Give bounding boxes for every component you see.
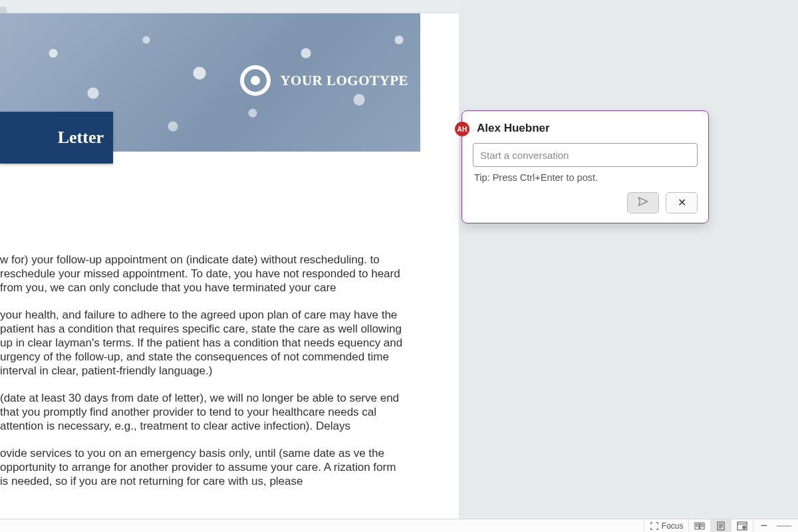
document-body[interactable]: w for) your follow-up appointment on (in…	[0, 253, 406, 501]
status-bar: Focus −	[0, 519, 798, 532]
focus-label: Focus	[662, 521, 684, 531]
comment-input[interactable]	[473, 143, 698, 167]
page-icon	[716, 521, 726, 531]
close-icon: ✕	[678, 198, 686, 208]
send-icon	[637, 196, 649, 210]
avatar-initials: AH	[457, 126, 467, 133]
logo-icon	[240, 65, 271, 96]
avatar: AH	[455, 122, 469, 136]
document-canvas: YOUR LOGOTYPE Letter w for) your follow-…	[0, 0, 459, 519]
body-paragraph[interactable]: ovide services to you on an emergency ba…	[0, 446, 406, 488]
read-mode-button[interactable]	[688, 519, 710, 533]
document-title-fragment: Letter	[58, 128, 104, 148]
slider-track-icon	[777, 521, 791, 531]
web-layout-icon	[737, 521, 747, 531]
zoom-slider[interactable]	[774, 519, 794, 533]
zoom-out-button[interactable]: −	[753, 519, 774, 533]
svg-rect-0	[718, 522, 724, 530]
post-comment-button[interactable]	[627, 192, 659, 213]
logo: YOUR LOGOTYPE	[240, 65, 408, 96]
focus-mode-button[interactable]: Focus	[644, 519, 689, 533]
book-icon	[694, 521, 705, 531]
cancel-comment-button[interactable]: ✕	[666, 192, 698, 213]
document-title-bar: Letter	[0, 112, 113, 164]
print-layout-button[interactable]	[710, 519, 731, 533]
comments-pane	[459, 0, 798, 519]
document-page[interactable]: YOUR LOGOTYPE Letter w for) your follow-…	[0, 13, 459, 519]
body-paragraph[interactable]: your health, and failure to adhere to th…	[0, 308, 406, 378]
focus-icon	[650, 521, 659, 531]
logo-text: YOUR LOGOTYPE	[280, 72, 408, 89]
minus-icon: −	[759, 519, 769, 532]
web-layout-button[interactable]	[731, 519, 753, 533]
body-paragraph[interactable]: w for) your follow-up appointment on (in…	[0, 253, 406, 295]
comment-author: Alex Huebner	[477, 122, 698, 135]
svg-rect-1	[737, 522, 747, 530]
comment-actions: ✕	[473, 192, 698, 213]
comment-tip: Tip: Press Ctrl+Enter to post.	[474, 172, 696, 183]
body-paragraph[interactable]: (date at least 30 days from date of lett…	[0, 391, 406, 433]
comment-card: AH Alex Huebner Tip: Press Ctrl+Enter to…	[462, 110, 709, 223]
